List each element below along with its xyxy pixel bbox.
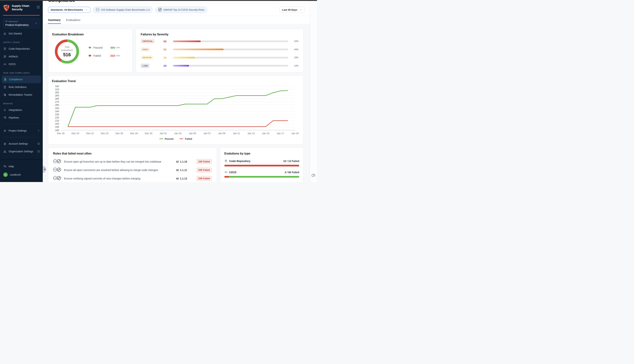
standards-dropdown[interactable]: Standards: All Benchmarks: [48, 7, 90, 13]
sidebar-item-label: CI/CD: [9, 63, 40, 66]
svg-text:220: 220: [55, 116, 59, 119]
scrollbar-gutter[interactable]: [310, 0, 317, 182]
benchmark-chips: CISCIS Software Supply Chain Benchmarks …: [93, 6, 207, 13]
severity-percent: 19%: [291, 56, 298, 59]
rule-id: Id: 1.1.12: [176, 177, 195, 180]
svg-text:190: 190: [55, 126, 59, 128]
rules-failed-card: Rules that failed most often CISEnsure o…: [48, 148, 217, 182]
user-menu[interactable]: L Lavakush: [0, 170, 43, 179]
date-range-dropdown[interactable]: Last 30 Days: [279, 7, 304, 13]
severity-bar-track: [173, 48, 288, 50]
severity-badge: CRITICAL: [141, 39, 155, 44]
svg-text:290: 290: [55, 94, 59, 97]
svg-text:Jan 13: Jan 13: [247, 132, 255, 135]
trend-legend-label: Failed: [185, 138, 192, 140]
sidebar-logo-row: Supply Chain Security: [0, 0, 43, 12]
help-label: Help: [9, 165, 40, 168]
app-grid-icon[interactable]: [37, 6, 40, 9]
main-content: Compliance Standards: All Benchmarks CIS…: [43, 0, 310, 182]
severity-badge: MEDIUM: [141, 55, 153, 60]
sidebar-item-label: Artifacts: [9, 55, 40, 58]
code-repo-icon: [224, 160, 227, 162]
account-layers-icon: [3, 142, 7, 145]
type-bar: [224, 176, 299, 178]
project-label: PROJECT: [9, 20, 19, 22]
type-row-ci-cd: CI/CD4 / 66 Failed: [224, 171, 299, 178]
severity-bar-fill: [173, 65, 189, 66]
type-bar-failed: [224, 176, 229, 178]
rule-benchmark-icons: CIS: [53, 168, 61, 172]
sidebar-item-project-settings[interactable]: Project Settings: [0, 127, 43, 134]
type-rows: Code Repository10 / 10 FailedCI/CD4 / 66…: [224, 160, 299, 178]
project-label-row: PROJECT: [5, 20, 35, 23]
avatar: L: [3, 172, 8, 177]
type-row-head: Code Repository10 / 10 Failed: [224, 160, 299, 162]
benchmark-chip-cis[interactable]: CISCIS Software Supply Chain Benchmarks …: [93, 6, 153, 13]
sidebar-divider: [3, 124, 40, 124]
severity-bar-track: [173, 57, 288, 58]
svg-text:Dec 20: Dec 20: [72, 132, 79, 135]
rule-row[interactable]: CISEnsure verifying signed commits of ne…: [53, 176, 212, 181]
rule-text: Ensure all open comments are resolved be…: [64, 168, 176, 172]
severity-bar-track: [173, 65, 288, 66]
tab-label: Summary: [48, 18, 61, 22]
sidebar-item-artifacts[interactable]: Artifacts: [0, 52, 43, 60]
tab-evaluations[interactable]: Evaluations: [66, 18, 80, 24]
rule-row[interactable]: CISEnsure all open comments are resolved…: [53, 167, 212, 173]
sidebar-item-label: Remediation Tracker: [9, 93, 40, 96]
sidebar-item-code-repositories[interactable]: Code Repositories: [0, 45, 43, 52]
sidebar-item-remediation-tracker[interactable]: Remediation Tracker: [0, 91, 43, 98]
sidebar-item-label: Get Started: [9, 32, 40, 35]
nav-section-heading: SUPPLY CHAIN: [0, 38, 43, 45]
sidebar-settings-b: Account SettingsOrganization Settings: [0, 140, 43, 155]
sidebar-item-organization-settings[interactable]: Organization Settings: [0, 148, 43, 155]
donut-total-value: 516: [63, 52, 71, 57]
severity-percent: 44%: [291, 48, 298, 51]
tab-summary[interactable]: Summary: [48, 18, 61, 24]
sidebar-settings-a: Project Settings: [0, 127, 43, 134]
svg-text:Jan 01: Jan 01: [160, 132, 167, 135]
rule-text: Ensure open git branches are up to date …: [64, 160, 176, 163]
rule-failed-badge: 240 Failed: [196, 176, 212, 181]
card-title: Evaluation Breakdown: [52, 33, 128, 36]
cis-logo-icon: CIS: [53, 176, 57, 181]
rule-benchmark-icons: CIS: [53, 176, 61, 181]
severity-badge-wrap: LOW: [141, 64, 159, 68]
svg-text:Dec 30: Dec 30: [145, 132, 152, 135]
sidebar-item-integrations[interactable]: Integrations: [0, 106, 43, 114]
sidebar-item-pipelines[interactable]: Pipelines: [0, 114, 43, 122]
benchmark-chip-owasp[interactable]: OWASP Top 10 CI/CD Security Risks: [155, 6, 207, 13]
sidebar-item-ci-cd[interactable]: CI/CD: [0, 60, 43, 68]
owasp-logo-icon: [57, 176, 61, 181]
sidebar-item-help[interactable]: ? Help: [0, 162, 43, 170]
sidebar-item-rule-definitions[interactable]: Rule Definitions: [0, 83, 43, 91]
severity-rows: CRITICAL5024%HIGH9244%MEDIUM3919%LOW2914…: [141, 39, 298, 69]
sidebar-item-account-settings[interactable]: Account Settings: [0, 140, 43, 148]
rule-row[interactable]: CISEnsure open git branches are up to da…: [53, 159, 212, 164]
svg-text:Dec 22: Dec 22: [86, 132, 94, 135]
page-header: Compliance Standards: All Benchmarks CIS…: [43, 0, 310, 24]
sidebar-item-label: Organization Settings: [9, 150, 37, 153]
benchmark-chip-label: OWASP Top 10 CI/CD Security Risks: [163, 8, 204, 11]
tab-bar: SummaryEvaluations: [43, 16, 310, 24]
rule-id: Id: 1.1.10: [176, 160, 195, 163]
chat-bubbles-icon[interactable]: [311, 173, 316, 178]
severity-row-critical: CRITICAL5024%: [141, 39, 298, 44]
bottom-cards-row: Rules that failed most often CISEnsure o…: [48, 148, 303, 182]
severity-bar-fill: [173, 40, 201, 42]
svg-text:Jan 03: Jan 03: [174, 132, 181, 135]
trend-legend-label: Passed: [165, 138, 173, 140]
rule-failed-badge: 240 Failed: [196, 167, 212, 173]
card-title: Evalutions by type: [224, 152, 299, 155]
cicd-infinity-icon: [224, 171, 227, 174]
cicd-infinity-icon: [3, 63, 7, 66]
legend-dash: [180, 138, 183, 139]
sidebar-item-compliance[interactable]: Compliance: [2, 76, 41, 83]
svg-text:CIS: CIS: [54, 169, 56, 170]
type-row-head: CI/CD4 / 66 Failed: [224, 171, 299, 174]
info-icon: [37, 150, 40, 153]
sidebar-item-get-started[interactable]: Get Started: [0, 30, 43, 38]
severity-row-high: HIGH9244%: [141, 47, 298, 52]
project-selector[interactable]: PROJECT Product Exploratory: [3, 18, 40, 28]
svg-text:Jan 07: Jan 07: [204, 132, 211, 135]
